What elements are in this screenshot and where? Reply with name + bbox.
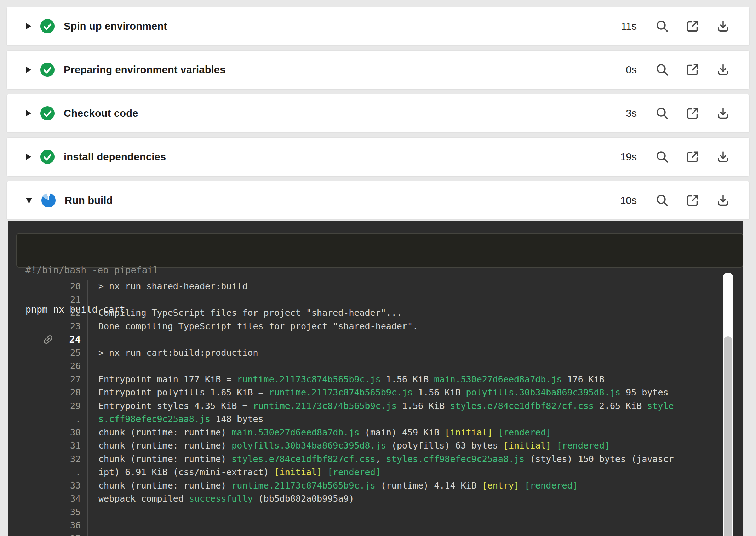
download-icon[interactable] [716,19,730,33]
line-number[interactable]: 37 [70,534,81,536]
search-icon[interactable] [655,193,669,207]
build-steps-page: Spin up environment 11s [0,0,756,536]
log-line: . ipt) 6.91 KiB (css/mini-extract) [init… [8,466,731,479]
log-text-segment: chunk (runtime: runtime) [98,454,231,464]
step-status-icon [40,63,55,77]
log-line: 37 [8,532,731,536]
expand-chevron-icon[interactable] [26,198,32,203]
line-gutter: 30 [8,426,88,439]
line-number[interactable]: 27 [70,374,81,384]
log-text-segment [322,467,327,477]
log-text-segment: Entrypoint polyfills 1.65 KiB = [98,387,269,398]
line-gutter: . [8,466,88,479]
log-text-segment: (polyfills) 63 bytes [386,440,503,451]
open-in-new-icon[interactable] [686,19,700,33]
scrollbar-thumb[interactable] [724,336,732,536]
line-content: > nx run shared-header:build [88,281,247,291]
log-text-segment: > nx run shared-header:build [98,281,247,291]
step-row[interactable]: Run build 10s [6,181,750,220]
line-content: Compiling TypeScript files for project "… [88,308,402,318]
step-status-icon [41,193,56,207]
line-number[interactable]: 31 [70,440,81,451]
line-content: Done compiling TypeScript files for proj… [88,321,418,331]
log-text-segment: chunk (runtime: runtime) [98,440,231,451]
open-in-new-icon[interactable] [686,193,700,207]
step-duration: 19s [620,151,637,163]
line-content: webpack compiled successfully (bb5db882a… [88,494,354,504]
step-row[interactable]: install dependencies 19s [6,137,750,176]
log-text-segment: main.530e27d6eed8a7db.js [231,427,359,438]
download-icon[interactable] [716,106,730,120]
download-icon[interactable] [716,150,730,164]
download-icon[interactable] [716,63,730,77]
line-number[interactable]: 20 [70,281,81,291]
link-icon[interactable] [40,331,57,348]
step-row[interactable]: Checkout code 3s [6,94,750,133]
scrollbar[interactable] [723,273,733,536]
log-line: 36 [8,519,731,532]
log-text-segment: successfully [189,494,253,504]
log-text-segment: Entrypoint main 177 KiB = [98,374,237,384]
line-gutter: 34 [8,492,88,506]
line-number[interactable]: 35 [70,507,81,517]
line-number[interactable]: 33 [70,480,81,491]
line-number[interactable]: 29 [70,401,81,411]
line-number[interactable]: 36 [70,520,81,530]
line-number[interactable]: 30 [70,427,81,438]
log-line: 24 [8,333,731,346]
line-gutter: 24 [8,333,88,346]
line-number[interactable]: 21 [70,295,81,305]
log-line: 32 chunk (runtime: runtime) styles.e784c… [8,452,731,466]
search-icon[interactable] [655,150,669,164]
line-number[interactable]: 23 [70,321,81,331]
log-text-segment: runtime.21173c874b565b9c.js [269,387,413,398]
log-text-segment: [rendered] [327,467,381,477]
line-number[interactable]: 25 [70,348,81,358]
line-gutter: 32 [8,452,88,466]
line-number[interactable]: . [75,414,81,424]
step-row[interactable]: Preparing environment variables 0s [6,50,750,89]
log-text-segment: s.cff98efec9c25aa8.js [98,414,210,424]
expand-chevron-icon[interactable] [26,154,31,160]
log-text-segment: polyfills.30b34ba869c395d8.js [231,440,386,451]
log-line: 31 chunk (runtime: runtime) polyfills.30… [8,439,731,452]
log-text-segment: Done compiling TypeScript files for proj… [98,321,418,331]
step-row[interactable]: Spin up environment 11s [6,7,750,46]
line-number[interactable]: 22 [70,308,81,318]
line-number[interactable]: 28 [70,387,81,398]
line-number[interactable]: 24 [69,334,81,345]
log-text-segment [519,480,525,491]
line-gutter: 21 [8,293,88,307]
log-text-segment: > nx run cart:build:production [98,348,258,358]
open-in-new-icon[interactable] [686,63,700,77]
line-number[interactable]: 32 [70,454,81,464]
line-number[interactable]: 34 [70,494,81,504]
line-number[interactable]: . [75,467,81,477]
log-line: 27 Entrypoint main 177 KiB = runtime.211… [8,373,731,386]
search-icon[interactable] [655,106,669,120]
line-gutter: . [8,412,88,426]
download-icon[interactable] [716,193,730,207]
log-text-segment: [entry] [482,480,519,491]
line-content: > nx run cart:build:production [88,348,258,358]
open-in-new-icon[interactable] [686,150,700,164]
search-icon[interactable] [655,19,669,33]
log-text-segment: 176 KiB [562,374,604,384]
log-text-segment: chunk (runtime: runtime) [98,427,231,438]
log-text-segment: Compiling TypeScript files for project "… [98,308,402,318]
expand-chevron-icon[interactable] [26,67,31,73]
log-lines: 20 > nx run shared-header:build 21 22 Co… [8,280,731,536]
step-status-icon [40,150,55,164]
line-number[interactable]: 26 [70,361,81,371]
log-line: 23 Done compiling TypeScript files for p… [8,320,731,333]
line-content: chunk (runtime: runtime) runtime.21173c8… [88,480,578,491]
search-icon[interactable] [655,63,669,77]
log-text-segment: 1.56 KiB [397,401,450,411]
line-gutter: 33 [8,479,88,492]
expand-chevron-icon[interactable] [26,23,31,29]
line-gutter: 37 [8,532,88,536]
open-in-new-icon[interactable] [686,106,700,120]
expand-chevron-icon[interactable] [26,110,31,116]
command-box: #!/bin/bash -eo pipefail pnpm nx build c… [16,233,743,268]
line-content: chunk (runtime: runtime) polyfills.30b34… [88,440,610,451]
